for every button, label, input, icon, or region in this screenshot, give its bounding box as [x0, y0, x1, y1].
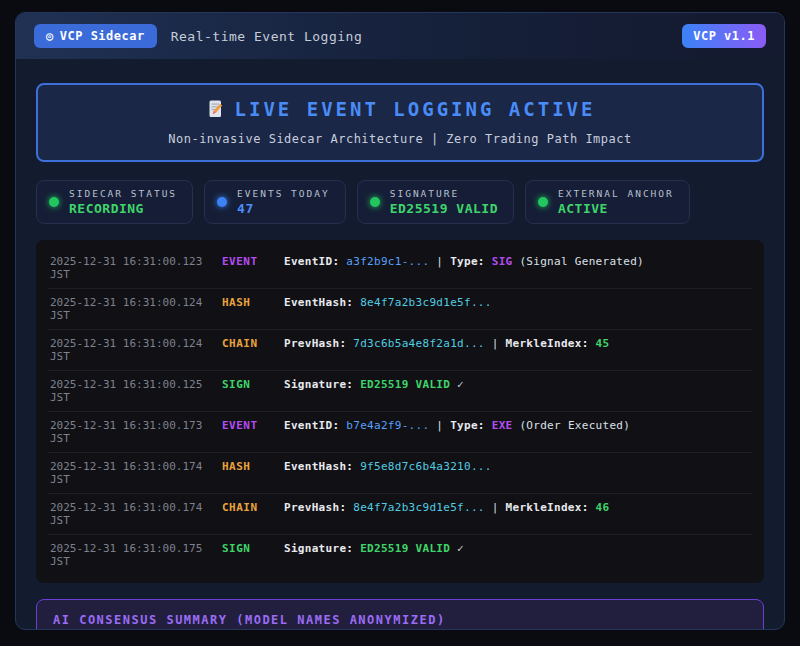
status-dot — [370, 197, 380, 207]
log-message: PrevHash: 7d3c6b5a4e8f2a1d... | MerkleIn… — [284, 337, 750, 350]
log-message: Signature: ED25519 VALID ✓ — [284, 378, 750, 391]
log-tag: CHAIN — [222, 501, 284, 514]
app-badge-label: VCP Sidecar — [60, 29, 145, 43]
log-tag: HASH — [222, 296, 284, 309]
status-card-external-anchor: EXTERNAL ANCHOR ACTIVE — [525, 180, 690, 224]
status-value: RECORDING — [69, 201, 177, 216]
log-tag: SIGN — [222, 542, 284, 555]
event-log[interactable]: 2025-12-31 16:31:00.123 JSTEVENTEventID:… — [36, 240, 764, 583]
log-message: EventHash: 9f5e8d7c6b4a3210... — [284, 460, 750, 473]
log-timestamp: 2025-12-31 16:31:00.124 JST — [50, 296, 222, 322]
status-dot — [217, 197, 227, 207]
status-value: ED25519 VALID — [390, 201, 498, 216]
consensus-title: AI CONSENSUS SUMMARY (MODEL NAMES ANONYM… — [53, 613, 747, 627]
log-message: PrevHash: 8e4f7a2b3c9d1e5f... | MerkleIn… — [284, 501, 750, 514]
status-card-sidecar-status: SIDECAR STATUS RECORDING — [36, 180, 193, 224]
log-row: 2025-12-31 16:31:00.124 JSTHASHEventHash… — [48, 289, 752, 330]
log-message: EventID: a3f2b9c1-... | Type: SIG (Signa… — [284, 255, 750, 268]
status-label: EXTERNAL ANCHOR — [558, 188, 674, 199]
log-timestamp: 2025-12-31 16:31:00.125 JST — [50, 378, 222, 404]
status-card-signature: SIGNATURE ED25519 VALID — [357, 180, 514, 224]
log-timestamp: 2025-12-31 16:31:00.174 JST — [50, 501, 222, 527]
status-card-row: SIDECAR STATUS RECORDING EVENTS TODAY 47… — [36, 180, 764, 224]
main-panel: ◎ VCP Sidecar Real-time Event Logging VC… — [15, 12, 785, 630]
version-badge: VCP v1.1 — [682, 24, 766, 48]
log-timestamp: 2025-12-31 16:31:00.124 JST — [50, 337, 222, 363]
log-tag: EVENT — [222, 255, 284, 268]
target-icon: ◎ — [46, 29, 54, 43]
status-label: SIGNATURE — [390, 188, 498, 199]
log-message: EventHash: 8e4f7a2b3c9d1e5f... — [284, 296, 750, 309]
app-badge: ◎ VCP Sidecar — [34, 24, 157, 48]
status-value: ACTIVE — [558, 201, 674, 216]
status-dot — [538, 197, 548, 207]
log-tag: EVENT — [222, 419, 284, 432]
status-value: 47 — [237, 201, 330, 216]
log-tag: HASH — [222, 460, 284, 473]
status-label: SIDECAR STATUS — [69, 188, 177, 199]
log-row: 2025-12-31 16:31:00.174 JSTHASHEventHash… — [48, 453, 752, 494]
status-dot — [49, 197, 59, 207]
log-row: 2025-12-31 16:31:00.175 JSTSIGNSignature… — [48, 535, 752, 575]
log-tag: SIGN — [222, 378, 284, 391]
log-row: 2025-12-31 16:31:00.173 JSTEVENTEventID:… — [48, 412, 752, 453]
status-label: EVENTS TODAY — [237, 188, 330, 199]
app-header: ◎ VCP Sidecar Real-time Event Logging VC… — [16, 13, 784, 59]
memo-icon — [205, 99, 225, 119]
consensus-section: AI CONSENSUS SUMMARY (MODEL NAMES ANONYM… — [36, 599, 764, 630]
log-timestamp: 2025-12-31 16:31:00.174 JST — [50, 460, 222, 486]
log-timestamp: 2025-12-31 16:31:00.123 JST — [50, 255, 222, 281]
status-card-events-today: EVENTS TODAY 47 — [204, 180, 346, 224]
log-row: 2025-12-31 16:31:00.123 JSTEVENTEventID:… — [48, 248, 752, 289]
page-title: Real-time Event Logging — [171, 29, 363, 44]
log-message: EventID: b7e4a2f9-... | Type: EXE (Order… — [284, 419, 750, 432]
log-tag: CHAIN — [222, 337, 284, 350]
log-row: 2025-12-31 16:31:00.124 JSTCHAINPrevHash… — [48, 330, 752, 371]
log-row: 2025-12-31 16:31:00.125 JSTSIGNSignature… — [48, 371, 752, 412]
log-message: Signature: ED25519 VALID ✓ — [284, 542, 750, 555]
live-banner-subtitle: Non-invasive Sidecar Architecture | Zero… — [48, 132, 752, 146]
live-banner-title: LIVE EVENT LOGGING ACTIVE — [205, 98, 596, 120]
log-timestamp: 2025-12-31 16:31:00.173 JST — [50, 419, 222, 445]
live-event-banner: LIVE EVENT LOGGING ACTIVE Non-invasive S… — [36, 83, 764, 162]
log-timestamp: 2025-12-31 16:31:00.175 JST — [50, 542, 222, 568]
log-row: 2025-12-31 16:31:00.174 JSTCHAINPrevHash… — [48, 494, 752, 535]
